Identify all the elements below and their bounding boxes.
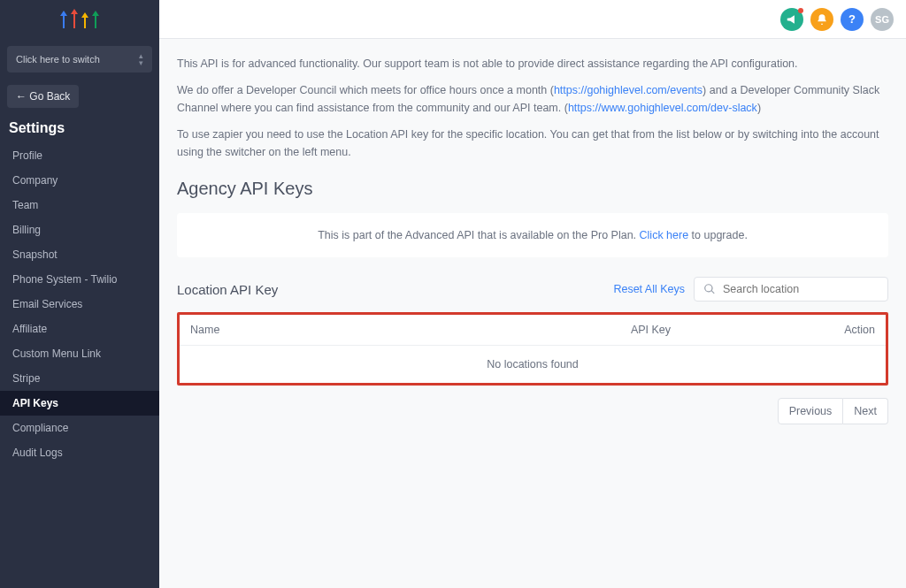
slack-link[interactable]: https://www.gohighlevel.com/dev-slack	[568, 102, 757, 114]
sidebar-item-phone-system-twilio[interactable]: Phone System - Twilio	[0, 267, 159, 292]
go-back-label: Go Back	[29, 90, 70, 103]
sidebar: Click here to switch ▴▾ ← Go Back Settin…	[0, 0, 159, 588]
next-button[interactable]: Next	[843, 398, 888, 424]
intro-p1: This API is for advanced functionality. …	[177, 55, 888, 73]
go-back-button[interactable]: ← Go Back	[7, 85, 79, 108]
agency-heading: Agency API Keys	[177, 179, 888, 199]
location-header-row: Location API Key Reset All Keys	[177, 277, 888, 302]
intro-p2: We do offer a Developer Council which me…	[177, 81, 888, 117]
search-input[interactable]	[723, 283, 879, 295]
pager: Previous Next	[177, 398, 888, 424]
intro-p3: To use zapier you need to use the Locati…	[177, 126, 888, 161]
sidebar-item-api-keys[interactable]: API Keys	[0, 391, 159, 416]
main: ? SG This API is for advanced functional…	[159, 0, 906, 588]
help-button[interactable]: ?	[841, 8, 864, 31]
sidebar-item-snapshot[interactable]: Snapshot	[0, 242, 159, 267]
arrow-up-red-icon	[70, 9, 79, 30]
sidebar-nav: ProfileCompanyTeamBillingSnapshotPhone S…	[0, 143, 159, 465]
sidebar-item-compliance[interactable]: Compliance	[0, 416, 159, 440]
search-input-wrap	[694, 277, 888, 302]
table-header: Name API Key Action	[180, 315, 886, 346]
logo	[0, 0, 159, 39]
reset-all-keys-link[interactable]: Reset All Keys	[613, 283, 685, 295]
sidebar-item-audit-logs[interactable]: Audit Logs	[0, 440, 159, 465]
sidebar-section-title: Settings	[0, 117, 159, 143]
arrow-up-green-icon	[91, 9, 100, 30]
upgrade-notice: This is part of the Advanced API that is…	[177, 213, 888, 257]
col-key: API Key	[497, 324, 804, 336]
topbar: ? SG	[159, 0, 906, 39]
announcements-button[interactable]	[780, 8, 803, 31]
empty-state: No locations found	[180, 346, 886, 383]
sidebar-item-company[interactable]: Company	[0, 168, 159, 193]
switch-label: Click here to switch	[16, 54, 100, 65]
sidebar-item-email-services[interactable]: Email Services	[0, 292, 159, 317]
content: This API is for advanced functionality. …	[159, 39, 906, 588]
sidebar-item-billing[interactable]: Billing	[0, 218, 159, 242]
question-icon: ?	[848, 12, 856, 26]
chevron-updown-icon: ▴▾	[139, 52, 143, 66]
arrow-up-yellow-icon	[81, 9, 89, 30]
arrow-left-icon: ←	[16, 90, 29, 103]
sidebar-item-stripe[interactable]: Stripe	[0, 366, 159, 391]
sidebar-item-affiliate[interactable]: Affiliate	[0, 317, 159, 341]
arrow-up-blue-icon	[59, 9, 68, 30]
location-heading: Location API Key	[177, 282, 278, 297]
avatar[interactable]: SG	[871, 8, 894, 31]
upgrade-link[interactable]: Click here	[640, 229, 689, 241]
location-table: Name API Key Action No locations found	[177, 312, 888, 386]
events-link[interactable]: https://gohighlevel.com/events	[554, 84, 703, 96]
bell-icon	[816, 13, 828, 26]
megaphone-icon	[786, 13, 798, 26]
search-icon	[703, 283, 716, 295]
avatar-initials: SG	[875, 14, 889, 25]
sidebar-item-custom-menu-link[interactable]: Custom Menu Link	[0, 341, 159, 366]
intro-text: This API is for advanced functionality. …	[177, 55, 888, 161]
sidebar-item-team[interactable]: Team	[0, 193, 159, 218]
sidebar-item-profile[interactable]: Profile	[0, 143, 159, 168]
previous-button[interactable]: Previous	[778, 398, 844, 424]
notification-dot-icon	[798, 8, 803, 13]
col-name: Name	[190, 324, 497, 336]
switch-button[interactable]: Click here to switch ▴▾	[7, 46, 152, 73]
notifications-button[interactable]	[810, 8, 833, 31]
col-action: Action	[804, 324, 875, 336]
